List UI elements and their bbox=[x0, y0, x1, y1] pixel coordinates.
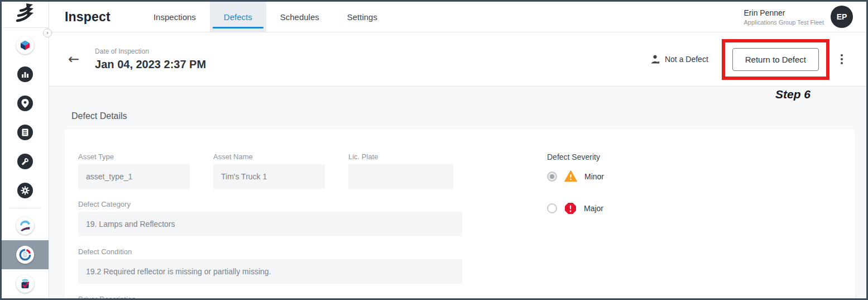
sidebar-item-maintenance[interactable] bbox=[2, 147, 49, 176]
return-to-defect-button[interactable]: Return to Defect bbox=[732, 48, 819, 71]
sidebar-item-analytics[interactable] bbox=[2, 60, 49, 89]
sidebar-item-compliance-app[interactable] bbox=[2, 269, 49, 298]
zonar-arrows-logo-icon bbox=[13, 2, 37, 27]
tab-inspections[interactable]: Inspections bbox=[140, 2, 210, 32]
sidebar-item-roads-app[interactable] bbox=[2, 211, 49, 240]
defect-condition-field: Defect Condition 19.2 Required reflector… bbox=[78, 247, 462, 284]
warning-triangle-icon bbox=[564, 170, 577, 182]
driver-description-field: Driver Description bbox=[78, 295, 462, 300]
defect-subheader: ← Date of Inspection Jan 04, 2023 2:37 P… bbox=[49, 32, 866, 87]
asset-name-label: Asset Name bbox=[213, 153, 325, 161]
major-label: Major bbox=[584, 204, 603, 213]
top-header: Inspect Inspections Defects Schedules Se… bbox=[49, 2, 866, 32]
map-pin-app-icon bbox=[17, 96, 33, 111]
asset-type-field: Asset Type asset_type_1 bbox=[78, 153, 190, 189]
defect-category-input[interactable]: 19. Lamps and Reflectors bbox=[78, 212, 462, 236]
document-app-icon bbox=[17, 125, 33, 140]
defect-condition-input[interactable]: 19.2 Required reflector is missing or pa… bbox=[78, 259, 462, 284]
alert-octagon-icon bbox=[564, 202, 577, 215]
tab-bar: Inspections Defects Schedules Settings bbox=[140, 2, 391, 32]
lic-plate-label: Lic. Plate bbox=[348, 153, 453, 161]
sidebar-item-maps[interactable] bbox=[2, 89, 49, 118]
compliance-check-app-icon bbox=[16, 275, 34, 293]
section-title: Defect Details bbox=[71, 111, 855, 121]
defect-category-label: Defect Category bbox=[78, 200, 462, 208]
user-name: Erin Penner bbox=[744, 8, 824, 17]
sidebar-app-list bbox=[2, 28, 49, 298]
minor-radio[interactable] bbox=[547, 172, 557, 182]
asset-name-input[interactable]: Tim's Truck 1 bbox=[213, 164, 325, 189]
not-a-defect-button[interactable]: Not a Defect bbox=[650, 54, 708, 64]
defect-category-field: Defect Category 19. Lamps and Reflectors bbox=[78, 200, 462, 236]
sidebar-item-settings-app[interactable] bbox=[2, 176, 49, 205]
wrench-app-icon bbox=[17, 154, 33, 169]
app-sidebar bbox=[2, 2, 49, 298]
date-of-inspection-label: Date of Inspection bbox=[95, 47, 206, 55]
severity-option-major[interactable]: Major bbox=[547, 202, 604, 215]
bar-chart-app-icon bbox=[17, 66, 33, 82]
defect-severity-label: Defect Severity bbox=[547, 153, 604, 161]
asset-type-label: Asset Type bbox=[78, 153, 190, 161]
asset-type-input[interactable]: asset_type_1 bbox=[78, 164, 190, 189]
back-arrow-icon[interactable]: ← bbox=[68, 53, 79, 66]
lic-plate-field: Lic. Plate bbox=[348, 153, 453, 189]
sidebar-divider bbox=[9, 208, 41, 208]
defect-details-card: Asset Type asset_type_1 Asset Name Tim's… bbox=[64, 129, 855, 300]
app-window: › Inspect Inspections Defects Schedules … bbox=[0, 0, 868, 300]
person-icon bbox=[650, 54, 660, 64]
user-info: Erin Penner Applications Group Test Flee… bbox=[744, 2, 866, 32]
sidebar-item-cube-app[interactable] bbox=[2, 31, 49, 60]
cube-3d-app-icon bbox=[16, 36, 34, 54]
page-title: Inspect bbox=[65, 9, 111, 25]
severity-option-minor[interactable]: Minor bbox=[547, 170, 604, 182]
zonar-logo bbox=[2, 2, 49, 28]
kebab-menu-icon[interactable] bbox=[838, 52, 845, 66]
step-highlight-box: Return to Defect bbox=[722, 39, 829, 80]
gear-app-icon bbox=[17, 183, 33, 198]
driver-description-label: Driver Description bbox=[78, 295, 462, 300]
defect-condition-label: Defect Condition bbox=[78, 247, 462, 256]
avatar[interactable]: EP bbox=[831, 6, 853, 28]
defect-content: Step 6 Defect Details Asset Type asset_t… bbox=[49, 87, 866, 300]
step-annotation: Step 6 bbox=[775, 88, 811, 101]
asset-name-field: Asset Name Tim's Truck 1 bbox=[213, 153, 325, 189]
tab-schedules[interactable]: Schedules bbox=[266, 2, 333, 32]
tab-defects[interactable]: Defects bbox=[210, 2, 266, 32]
sidebar-item-logs[interactable] bbox=[2, 118, 49, 147]
lic-plate-input[interactable] bbox=[348, 164, 453, 189]
sidebar-item-inspect-app[interactable] bbox=[2, 240, 49, 269]
tab-settings[interactable]: Settings bbox=[333, 2, 391, 32]
inspect-app-icon bbox=[16, 246, 34, 264]
sidebar-expand-chevron-icon[interactable]: › bbox=[43, 28, 52, 37]
road-app-icon bbox=[16, 217, 34, 235]
inspection-date-block: Date of Inspection Jan 04, 2023 2:37 PM bbox=[95, 47, 206, 71]
defect-severity-group: Defect Severity Minor bbox=[547, 153, 604, 300]
major-radio[interactable] bbox=[547, 203, 557, 213]
date-of-inspection-value: Jan 04, 2023 2:37 PM bbox=[95, 58, 206, 71]
main-area: Inspect Inspections Defects Schedules Se… bbox=[49, 2, 866, 298]
minor-label: Minor bbox=[584, 172, 604, 181]
not-a-defect-label: Not a Defect bbox=[665, 55, 708, 64]
user-org: Applications Group Test Fleet bbox=[744, 19, 824, 26]
